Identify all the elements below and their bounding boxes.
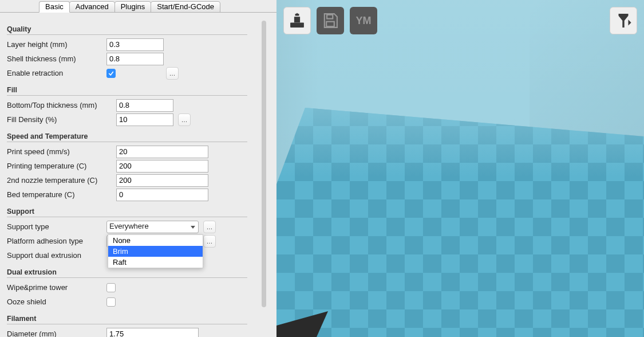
scrollbar[interactable]: [262, 21, 266, 307]
view-mode-button[interactable]: [610, 7, 637, 34]
support-options-button[interactable]: …: [203, 221, 216, 233]
select-support-type[interactable]: Everywhere: [106, 221, 199, 233]
view-mode-icon: [614, 11, 633, 30]
section-dual: Dual extrusion: [7, 268, 247, 278]
input-layer-height[interactable]: [106, 38, 164, 51]
input-print-temp[interactable]: [116, 160, 208, 173]
input-shell[interactable]: [106, 53, 164, 65]
build-plate: [276, 108, 644, 337]
section-support: Support: [7, 207, 247, 217]
save-button[interactable]: [317, 7, 344, 34]
viewport-toolbar-right: [610, 7, 637, 34]
label-support-type: Support type: [7, 222, 106, 231]
section-speedtemp: Speed and Temperature: [7, 132, 247, 142]
label-ooze: Ooze shield: [7, 297, 106, 306]
tab-gcode[interactable]: Start/End-GCode: [151, 1, 220, 13]
tab-plugins[interactable]: Plugins: [114, 1, 152, 13]
load-model-icon: [287, 11, 307, 30]
label-adhesion: Platform adhesion type: [7, 237, 106, 245]
tab-basic[interactable]: Basic: [39, 1, 70, 13]
checkbox-retraction[interactable]: [106, 69, 116, 78]
adhesion-option-brim[interactable]: Brim: [108, 246, 203, 257]
label-diameter: Diameter (mm): [7, 330, 106, 337]
ym-button[interactable]: YM: [350, 7, 377, 34]
label-wipe: Wipe&prime tower: [7, 283, 106, 292]
section-filament: Filament: [7, 315, 247, 324]
svg-rect-6: [327, 15, 333, 19]
fill-options-button[interactable]: …: [178, 113, 191, 126]
adhesion-option-none[interactable]: None: [108, 235, 203, 246]
tab-bar: Basic Advanced Plugins Start/End-GCode: [0, 0, 276, 13]
input-fill-density[interactable]: [116, 113, 173, 126]
label-print-speed: Print speed (mm/s): [7, 147, 116, 156]
label-print-temp: Printing temperature (C): [7, 162, 116, 170]
retraction-options-button[interactable]: …: [166, 67, 179, 80]
label-nozzle2-temp: 2nd nozzle temperature (C): [7, 176, 116, 185]
adhesion-options-button[interactable]: …: [203, 235, 216, 248]
label-layer-height: Layer height (mm): [7, 40, 106, 49]
checkbox-wipe[interactable]: [106, 283, 116, 292]
adhesion-dropdown[interactable]: None Brim Raft: [108, 234, 203, 268]
svg-marker-4: [276, 108, 644, 337]
section-fill: Fill: [7, 86, 247, 96]
save-icon: [321, 11, 340, 30]
tab-advanced[interactable]: Advanced: [69, 1, 115, 13]
viewport-3d[interactable]: YM: [276, 0, 644, 337]
label-bed-temp: Bed temperature (C): [7, 190, 116, 199]
viewport-toolbar-left: YM: [283, 7, 377, 34]
label-fill-density: Fill Density (%): [7, 115, 116, 124]
label-retraction: Enable retraction: [7, 69, 106, 77]
section-quality: Quality: [7, 25, 247, 35]
load-model-button[interactable]: [283, 7, 311, 34]
ym-icon: YM: [356, 15, 372, 27]
input-diameter[interactable]: [106, 328, 199, 338]
input-bed-temp[interactable]: [116, 189, 208, 201]
build-plate-svg: [276, 108, 644, 337]
input-nozzle2-temp[interactable]: [116, 174, 208, 187]
svg-rect-7: [326, 22, 334, 27]
input-bt-thickness[interactable]: [116, 99, 173, 112]
svg-rect-5: [290, 22, 304, 28]
label-bt-thickness: Bottom/Top thickness (mm): [7, 101, 116, 109]
label-shell: Shell thickness (mm): [7, 54, 106, 63]
adhesion-option-raft[interactable]: Raft: [108, 257, 203, 268]
tab-body: Quality Layer height (mm) Shell thicknes…: [0, 12, 276, 337]
checkbox-ooze[interactable]: [106, 297, 116, 307]
label-support-dual: Support dual extrusion: [7, 251, 106, 260]
settings-panel: Basic Advanced Plugins Start/End-GCode Q…: [0, 0, 276, 337]
input-print-speed[interactable]: [116, 146, 208, 158]
